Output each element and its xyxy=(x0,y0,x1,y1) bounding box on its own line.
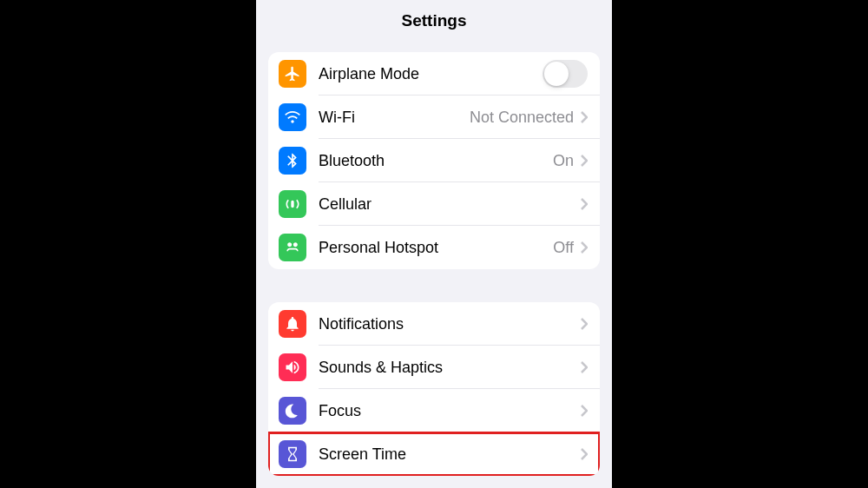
row-airplane-mode[interactable]: Airplane Mode xyxy=(268,52,600,96)
chevron-right-icon xyxy=(581,318,588,330)
row-value: Off xyxy=(553,239,574,257)
row-label: Notifications xyxy=(319,315,581,333)
row-label: Focus xyxy=(319,402,581,420)
focus-icon xyxy=(279,397,306,425)
cellular-icon xyxy=(279,190,306,218)
page-title: Settings xyxy=(402,11,467,30)
row-label: Screen Time xyxy=(319,445,581,464)
hotspot-icon xyxy=(279,234,306,261)
screen-time-icon xyxy=(279,440,306,468)
chevron-right-icon xyxy=(581,155,588,167)
row-screen-time[interactable]: Screen Time xyxy=(268,432,600,476)
row-value: On xyxy=(553,152,574,170)
chevron-right-icon xyxy=(581,448,588,460)
row-focus[interactable]: Focus xyxy=(268,389,600,432)
chevron-right-icon xyxy=(581,361,588,373)
nav-header: Settings xyxy=(256,0,612,42)
row-notifications[interactable]: Notifications xyxy=(268,302,600,346)
row-cellular[interactable]: Cellular xyxy=(268,182,600,226)
chevron-right-icon xyxy=(581,198,588,210)
row-label: Bluetooth xyxy=(319,152,553,170)
row-label: Airplane Mode xyxy=(319,65,542,83)
sounds-icon xyxy=(279,353,306,381)
bluetooth-icon xyxy=(279,147,306,175)
wifi-icon xyxy=(279,103,306,131)
chevron-right-icon xyxy=(581,111,588,123)
row-personal-hotspot[interactable]: Personal Hotspot Off xyxy=(268,226,600,269)
chevron-right-icon xyxy=(581,241,588,254)
settings-group-connectivity: Airplane Mode Wi-Fi Not Connected Blueto… xyxy=(268,52,600,269)
row-label: Cellular xyxy=(319,195,581,214)
row-label: Wi-Fi xyxy=(319,109,470,127)
chevron-right-icon xyxy=(581,405,588,417)
settings-screen: Settings Airplane Mode Wi-Fi Not Connect… xyxy=(256,0,612,488)
toggle-knob xyxy=(544,62,569,86)
row-wifi[interactable]: Wi-Fi Not Connected xyxy=(268,96,600,139)
row-sounds-haptics[interactable]: Sounds & Haptics xyxy=(268,346,600,389)
row-label: Sounds & Haptics xyxy=(319,359,581,377)
airplane-icon xyxy=(279,60,306,88)
row-bluetooth[interactable]: Bluetooth On xyxy=(268,139,600,182)
notifications-icon xyxy=(279,310,306,338)
settings-group-general: Notifications Sounds & Haptics Focus xyxy=(268,302,600,476)
airplane-toggle[interactable] xyxy=(542,60,588,88)
row-label: Personal Hotspot xyxy=(319,239,553,257)
row-value: Not Connected xyxy=(470,109,574,127)
